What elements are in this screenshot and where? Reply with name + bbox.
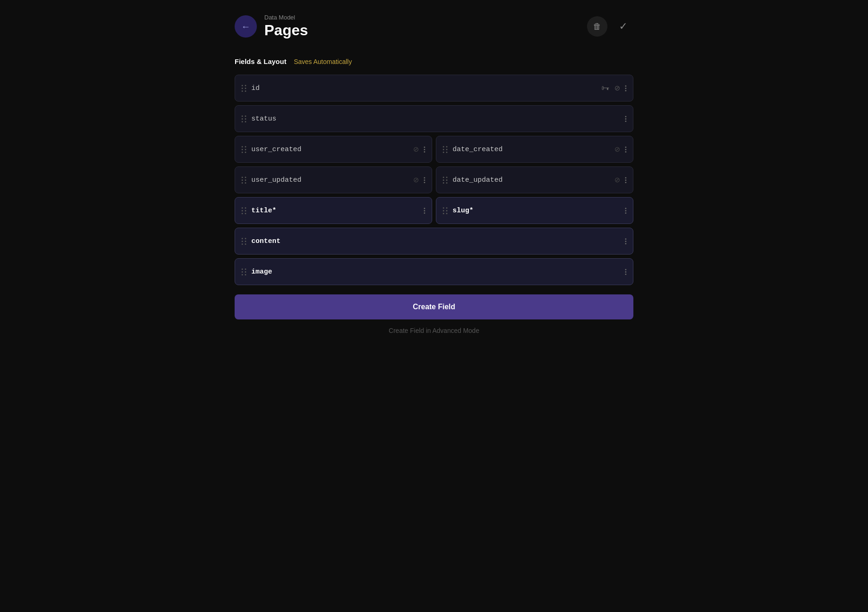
field-name-date-updated: date_updated xyxy=(453,176,503,184)
field-item-date-created: date_created ⊘ xyxy=(436,136,633,163)
eye-slash-icon: ⊘ xyxy=(614,84,620,92)
field-row-title-slug: title* slug* xyxy=(235,197,633,224)
more-menu-button-date-created[interactable] xyxy=(625,147,626,153)
field-left-user-created: user_created xyxy=(242,146,301,153)
field-item-content: content xyxy=(235,228,633,255)
field-right-status xyxy=(625,116,626,122)
eye-slash-icon-date-updated: ⊘ xyxy=(614,176,620,184)
field-name-id: id xyxy=(251,84,260,92)
drag-handle-date-created[interactable] xyxy=(443,146,448,153)
field-name-date-created: date_created xyxy=(453,146,503,153)
field-name-content: content xyxy=(251,237,281,245)
more-menu-button-content[interactable] xyxy=(625,238,626,244)
drag-handle-slug[interactable] xyxy=(443,207,448,214)
field-name-user-created: user_created xyxy=(251,146,301,153)
more-menu-button-status[interactable] xyxy=(625,116,626,122)
page-header: ← Data Model Pages 🗑 ✓ xyxy=(235,14,633,39)
create-field-button[interactable]: Create Field xyxy=(235,294,633,319)
field-left-status: status xyxy=(242,115,276,123)
field-right-date-created: ⊘ xyxy=(614,145,626,153)
more-menu-button-image[interactable] xyxy=(625,269,626,275)
drag-handle-content[interactable] xyxy=(242,238,247,245)
field-left: id xyxy=(242,84,260,92)
check-icon: ✓ xyxy=(619,20,627,32)
field-right-id: 🗝 ⊘ xyxy=(601,83,626,93)
field-name-title: title* xyxy=(251,207,276,215)
section-header: Fields & Layout Saves Automatically xyxy=(235,57,633,65)
create-field-advanced-link[interactable]: Create Field in Advanced Mode xyxy=(235,327,633,334)
key-icon: 🗝 xyxy=(601,83,610,93)
saves-automatically-label: Saves Automatically xyxy=(294,58,352,65)
field-item-user-created: user_created ⊘ xyxy=(235,136,432,163)
field-left-content: content xyxy=(242,237,281,245)
field-row-status: status xyxy=(235,105,633,132)
field-right-date-updated: ⊘ xyxy=(614,176,626,184)
field-name-slug: slug* xyxy=(453,207,473,215)
field-name-status: status xyxy=(251,115,276,123)
field-item-user-updated: user_updated ⊘ xyxy=(235,166,432,193)
field-right-user-created: ⊘ xyxy=(413,145,425,153)
more-menu-button-title[interactable] xyxy=(424,208,425,214)
eye-slash-icon-user-updated: ⊘ xyxy=(413,176,419,184)
more-menu-button-id[interactable] xyxy=(625,85,626,91)
trash-icon: 🗑 xyxy=(593,22,601,32)
field-right-slug xyxy=(625,208,626,214)
back-icon: ← xyxy=(241,21,250,32)
eye-slash-icon-date-created: ⊘ xyxy=(614,145,620,153)
field-item-status: status xyxy=(235,105,633,132)
field-row-image: image xyxy=(235,258,633,285)
breadcrumb: Data Model xyxy=(264,14,308,21)
title-group: Data Model Pages xyxy=(264,14,308,39)
section-title: Fields & Layout xyxy=(235,57,287,65)
more-menu-button-slug[interactable] xyxy=(625,208,626,214)
field-item-image: image xyxy=(235,258,633,285)
back-button[interactable]: ← xyxy=(235,15,257,38)
field-right-title xyxy=(424,208,425,214)
field-left-date-updated: date_updated xyxy=(443,176,503,184)
drag-handle[interactable] xyxy=(242,85,247,92)
delete-button[interactable]: 🗑 xyxy=(587,16,607,37)
drag-handle-image[interactable] xyxy=(242,268,247,275)
field-right-content xyxy=(625,238,626,244)
field-item-date-updated: date_updated ⊘ xyxy=(436,166,633,193)
field-row-user-date-created: user_created ⊘ date_created ⊘ xyxy=(235,136,633,163)
field-row-user-date-updated: user_updated ⊘ date_updated ⊘ xyxy=(235,166,633,193)
drag-handle-user-created[interactable] xyxy=(242,146,247,153)
field-row-content: content xyxy=(235,228,633,255)
fields-container: id 🗝 ⊘ status xyxy=(235,75,633,285)
field-name-user-updated: user_updated xyxy=(251,176,301,184)
field-item-id: id 🗝 ⊘ xyxy=(235,75,633,102)
field-right-user-updated: ⊘ xyxy=(413,176,425,184)
drag-handle-date-updated[interactable] xyxy=(443,177,448,184)
field-left-user-updated: user_updated xyxy=(242,176,301,184)
field-item-title: title* xyxy=(235,197,432,224)
more-menu-button-user-updated[interactable] xyxy=(424,177,425,183)
eye-slash-icon-user-created: ⊘ xyxy=(413,145,419,153)
field-item-slug: slug* xyxy=(436,197,633,224)
field-left-title: title* xyxy=(242,207,276,215)
header-actions: 🗑 ✓ xyxy=(587,16,633,37)
more-menu-button-date-updated[interactable] xyxy=(625,177,626,183)
field-left-image: image xyxy=(242,268,272,276)
field-row-id: id 🗝 ⊘ xyxy=(235,75,633,102)
field-left-date-created: date_created xyxy=(443,146,503,153)
header-left: ← Data Model Pages xyxy=(235,14,308,39)
more-menu-button-user-created[interactable] xyxy=(424,147,425,153)
drag-handle-user-updated[interactable] xyxy=(242,177,247,184)
confirm-button[interactable]: ✓ xyxy=(613,16,633,37)
field-right-image xyxy=(625,269,626,275)
page-title: Pages xyxy=(264,22,308,39)
field-name-image: image xyxy=(251,268,272,276)
field-left-slug: slug* xyxy=(443,207,473,215)
drag-handle-status[interactable] xyxy=(242,115,247,122)
drag-handle-title[interactable] xyxy=(242,207,247,214)
